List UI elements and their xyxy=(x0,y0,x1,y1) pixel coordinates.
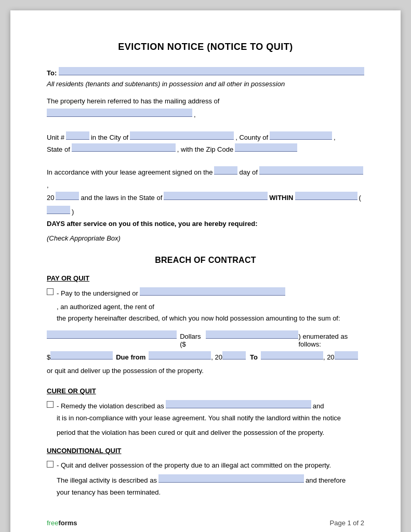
paren-field[interactable] xyxy=(47,206,70,214)
cure-checkbox-row: - Remedy the violation described as and … xyxy=(47,400,364,442)
address-field[interactable] xyxy=(47,109,192,117)
cure-checkbox[interactable] xyxy=(47,401,54,408)
dollars-close: ) enumerated as follows: xyxy=(298,332,364,348)
cure-row2: it is in non-compliance with your lease … xyxy=(57,413,364,424)
due-from-field[interactable] xyxy=(149,351,211,360)
unconditional-text: - Quit and deliver possession of the pro… xyxy=(57,460,364,471)
within-days-field[interactable] xyxy=(295,192,357,200)
to-label2: To xyxy=(250,353,258,361)
days-text: DAYS after service on you of this notice… xyxy=(47,218,364,230)
lease-row1: In accordance with your lease agreement … xyxy=(47,166,364,192)
unconditional-checkbox-row: - Quit and deliver possession of the pro… xyxy=(47,460,364,501)
to-line: To: xyxy=(47,67,364,77)
city-label: in the City of xyxy=(91,131,128,143)
footer: freeforms Page 1 of 2 xyxy=(47,519,364,527)
pay-text2: , an authorized agent, the rent of xyxy=(57,301,154,313)
twenty-label: 20 xyxy=(47,192,54,204)
pay-agent-field[interactable] xyxy=(140,287,285,296)
due-from-label: Due from xyxy=(116,353,145,361)
dollars-row: Dollars ($ ) enumerated as follows: xyxy=(47,330,364,348)
illegal-text2: and therefore xyxy=(306,475,346,487)
due-dollar: $ xyxy=(47,353,50,361)
state-zip-row: State of , with the Zip Code xyxy=(47,143,364,155)
county-field[interactable] xyxy=(270,131,332,140)
due-to-field[interactable] xyxy=(261,351,323,360)
illegal-row: The illegal activity is described as and… xyxy=(57,474,364,487)
comma1: , xyxy=(194,109,196,121)
brand: freeforms xyxy=(47,519,77,527)
comma3: , xyxy=(47,180,49,192)
due-twenty2: , 20 xyxy=(323,353,335,361)
page-number: Page 1 of 2 xyxy=(330,519,365,527)
pay-or-quit-checkbox-row: - Pay to the undersigned or , an authori… xyxy=(47,287,364,328)
zip-field[interactable] xyxy=(235,143,297,152)
unit-label: Unit # xyxy=(47,131,64,143)
zip-label: , with the Zip Code xyxy=(177,143,233,155)
cure-violation-field[interactable] xyxy=(166,400,311,408)
address-block: The property herein referred to has the … xyxy=(47,95,364,121)
paren-close: ) xyxy=(72,206,74,218)
document-page: EVICTION NOTICE (NOTICE TO QUIT) To: All… xyxy=(10,10,401,532)
due-twenty1: , 20 xyxy=(211,353,222,361)
illegal-activity-field[interactable] xyxy=(158,474,304,483)
paren-open: ( xyxy=(359,192,361,204)
quit-deliver-text: or quit and deliver up the possession of… xyxy=(47,365,364,377)
county-label: , County of xyxy=(235,131,268,143)
dollars-words-field[interactable] xyxy=(47,330,177,339)
lease-row2: 20 and the laws in the State of WITHIN (… xyxy=(47,192,364,218)
due-amount-field[interactable] xyxy=(50,351,113,360)
dollars-label: Dollars ($ xyxy=(180,332,206,348)
pay-text1: - Pay to the undersigned or xyxy=(57,288,138,300)
within-label: WITHIN xyxy=(269,192,293,204)
check-label: (Check Appropriate Box) xyxy=(47,233,364,244)
due-year1-field[interactable] xyxy=(222,351,246,360)
pay-row1: - Pay to the undersigned or , an authori… xyxy=(57,287,364,313)
comma2: , xyxy=(334,131,336,143)
breach-title: BREACH OF CONTRACT xyxy=(47,256,364,265)
cure-text1: - Remedy the violation described as xyxy=(57,401,164,413)
pay-or-quit-title: PAY OR QUIT xyxy=(47,274,364,282)
laws-state-field[interactable] xyxy=(164,192,268,200)
city-field[interactable] xyxy=(130,131,234,140)
unconditional-quit-title: UNCONDITIONAL QUIT xyxy=(47,447,364,455)
lease-month-field[interactable] xyxy=(259,166,363,175)
italic-residents-line: All residents (tenants and subtenants) i… xyxy=(47,80,364,88)
lease-year-field[interactable] xyxy=(56,192,79,200)
cure-row1: - Remedy the violation described as and xyxy=(57,400,364,413)
unit-field[interactable] xyxy=(66,131,89,140)
pay-row2: the property hereinafter described, of w… xyxy=(57,313,364,324)
illegal-text1: The illegal activity is described as xyxy=(57,475,157,487)
pay-or-quit-checkbox[interactable] xyxy=(47,288,54,295)
cure-row3: period that the violation has been cured… xyxy=(57,427,364,438)
due-year2-field[interactable] xyxy=(335,351,358,360)
to-label: To: xyxy=(47,69,57,77)
dollars-amount-field[interactable] xyxy=(206,330,299,339)
brand-free: free xyxy=(47,519,58,527)
laws-label: and the laws in the State of xyxy=(81,192,162,204)
unit-city-row: Unit # in the City of , County of , xyxy=(47,131,364,143)
day-label: day of xyxy=(239,167,257,179)
state-label: State of xyxy=(47,143,70,155)
due-row: $ Due from , 20 To , 20 xyxy=(47,351,364,361)
lease-day-field[interactable] xyxy=(214,166,237,175)
document-title: EVICTION NOTICE (NOTICE TO QUIT) xyxy=(47,42,364,52)
lease-intro-text: In accordance with your lease agreement … xyxy=(47,167,213,179)
tenancy-text: your tenancy has been terminated. xyxy=(57,487,364,498)
cure-or-quit-title: CURE OR QUIT xyxy=(47,387,364,395)
cure-text2: and xyxy=(313,401,324,413)
state-field[interactable] xyxy=(72,143,176,152)
unconditional-checkbox[interactable] xyxy=(47,461,54,468)
to-field[interactable] xyxy=(59,67,364,75)
address-intro-text: The property herein referred to has the … xyxy=(47,95,219,107)
brand-forms: forms xyxy=(58,519,77,527)
